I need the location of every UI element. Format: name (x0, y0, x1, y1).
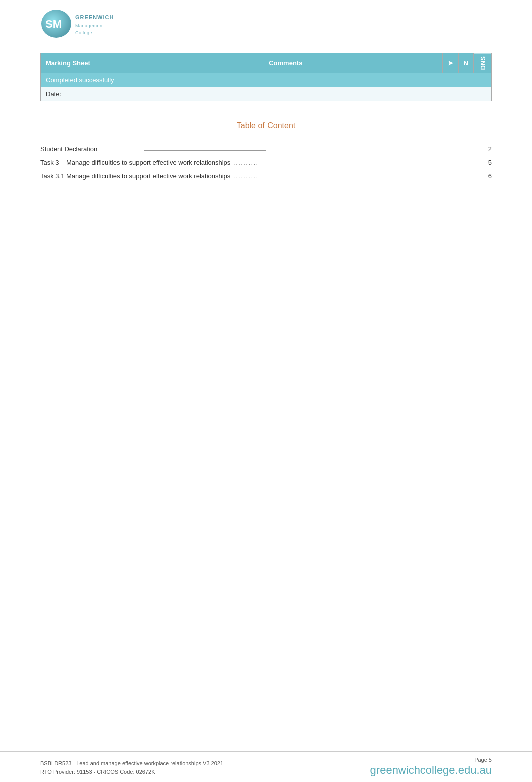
marking-table: Marking Sheet Comments ➤ N DNS Completed… (40, 53, 492, 101)
date-label: Date: (41, 87, 492, 101)
dns-cell: DNS (474, 53, 492, 73)
toc-item-1-page: 2 (482, 145, 492, 153)
toc-item-2: Task 3 – Manage difficulties to support … (40, 159, 492, 166)
page-container: SM GREENWICH Management College Marking … (0, 0, 532, 782)
footer-line1: BSBLDR523 - Lead and manage effective wo… (40, 759, 223, 768)
svg-text:SM: SM (45, 18, 62, 30)
college-name-text: GREENWICH Management College (73, 10, 160, 38)
table-section: Marking Sheet Comments ➤ N DNS Completed… (40, 53, 492, 101)
marking-sheet-header: Marking Sheet (41, 53, 263, 73)
toc-title: Table of Content (40, 121, 492, 130)
svg-text:Management: Management (75, 23, 104, 28)
arrow-cell: ➤ (442, 53, 458, 73)
footer-left: BSBLDR523 - Lead and manage effective wo… (40, 759, 223, 777)
footer-page: Page 5 (474, 757, 492, 763)
completed-successfully-label: Completed successfully (41, 73, 492, 87)
header-logo-area: SM GREENWICH Management College (0, 0, 532, 48)
footer: BSBLDR523 - Lead and manage effective wo… (0, 751, 532, 782)
comments-header: Comments (263, 53, 442, 73)
toc-item-2-page: 5 (482, 159, 492, 166)
toc-section: Table of Content Student Declaration 2 T… (40, 121, 492, 180)
svg-text:College: College (75, 30, 92, 35)
toc-item-3-label: Task 3.1 Manage difficulties to support … (40, 172, 230, 180)
table-header-row: Marking Sheet Comments ➤ N DNS (41, 53, 492, 73)
toc-list: Student Declaration 2 Task 3 – Manage di… (40, 145, 492, 180)
n-cell: N (458, 53, 473, 73)
toc-item-2-label: Task 3 – Manage difficulties to support … (40, 159, 230, 166)
toc-item-2-dots: .......... (233, 160, 479, 166)
footer-line2: RTO Provider: 91153 - CRICOS Code: 02672… (40, 768, 223, 777)
toc-item-1: Student Declaration 2 (40, 145, 492, 153)
svg-text:GREENWICH: GREENWICH (75, 14, 114, 20)
table-date-row: Date: (41, 87, 492, 101)
table-sub-header-row: Completed successfully (41, 73, 492, 87)
toc-item-3: Task 3.1 Manage difficulties to support … (40, 172, 492, 180)
footer-website: greenwichcollege.edu.au (370, 764, 492, 777)
toc-item-3-dots: .......... (233, 173, 479, 179)
footer-website-part2: edu.au (458, 764, 492, 776)
footer-website-part1: greenwichcollege. (370, 764, 458, 776)
toc-item-3-page: 6 (482, 172, 492, 180)
footer-right: Page 5 greenwichcollege.edu.au (370, 757, 492, 777)
logo-container: SM GREENWICH Management College (40, 8, 160, 40)
logo-icon: SM (40, 8, 73, 40)
toc-item-1-label: Student Declaration (40, 145, 140, 153)
toc-item-1-dots (144, 150, 475, 151)
